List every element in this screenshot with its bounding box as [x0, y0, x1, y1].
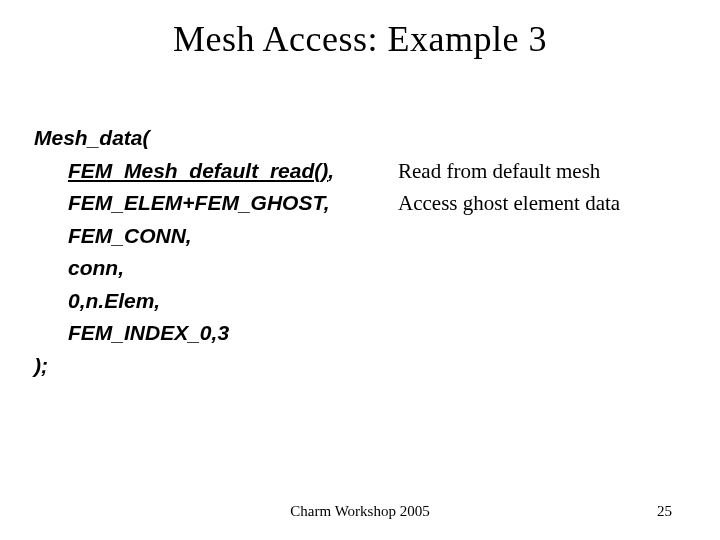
code-l5: 0,n.Elem,: [34, 285, 686, 318]
code-close: );: [34, 350, 686, 383]
code-l1-comma: ,: [328, 159, 334, 182]
code-cell-1: FEM_Mesh_default_read(),: [68, 155, 398, 188]
annot-2: Access ghost element data: [398, 187, 620, 220]
footer-center: Charm Workshop 2005: [0, 503, 720, 520]
footer-page-number: 25: [657, 503, 672, 520]
code-l3: FEM_CONN,: [34, 220, 686, 253]
code-l4: conn,: [34, 252, 686, 285]
code-l1-call: FEM_Mesh_default_read(): [68, 159, 328, 182]
code-cell-2: FEM_ELEM+FEM_GHOST,: [68, 187, 398, 220]
code-row-2: FEM_ELEM+FEM_GHOST, Access ghost element…: [34, 187, 686, 220]
code-open: Mesh_data(: [34, 122, 686, 155]
slide: Mesh Access: Example 3 Mesh_data( FEM_Me…: [0, 0, 720, 540]
slide-title: Mesh Access: Example 3: [0, 0, 720, 60]
code-row-1: FEM_Mesh_default_read(), Read from defau…: [34, 155, 686, 188]
annot-1: Read from default mesh: [398, 155, 600, 188]
slide-body: Mesh_data( FEM_Mesh_default_read(), Read…: [34, 122, 686, 382]
code-l6: FEM_INDEX_0,3: [34, 317, 686, 350]
